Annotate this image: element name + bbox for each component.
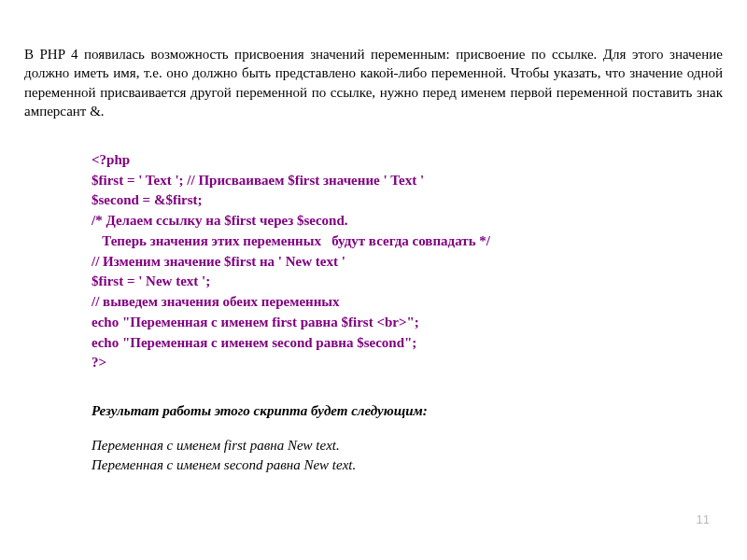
intro-paragraph: В PHP 4 появилась возможность присвоения… <box>24 45 723 120</box>
code-line: <?php <box>92 152 130 167</box>
code-line: /* Делаем ссылку на $first через $second… <box>92 213 348 228</box>
code-line: $first = ' Text '; // Присваиваем $first… <box>92 173 424 188</box>
code-block: <?php $first = ' Text '; // Присваиваем … <box>92 130 723 373</box>
document-page: В PHP 4 появилась возможность присвоения… <box>0 0 747 494</box>
result-line: Переменная с именем first равна New text… <box>92 436 723 455</box>
code-line: // выведем значения обеих переменных <box>92 294 340 309</box>
result-heading: Результат работы этого скрипта будет сле… <box>92 401 723 421</box>
code-line: $second = &$first; <box>92 192 203 207</box>
code-line: Теперь значения этих переменных будут вс… <box>92 233 490 248</box>
code-line: ?> <box>92 355 106 370</box>
code-line: echo "Переменная с именем second равна $… <box>92 335 416 350</box>
result-output: Переменная с именем first равна New text… <box>92 436 723 475</box>
result-line: Переменная с именем second равна New tex… <box>92 455 723 475</box>
code-line: echo "Переменная с именем first равна $f… <box>92 315 419 329</box>
code-line: $first = ' New text '; <box>92 273 210 288</box>
page-number: 11 <box>697 512 710 526</box>
code-line: // Изменим значение $first на ' New text… <box>92 254 345 269</box>
